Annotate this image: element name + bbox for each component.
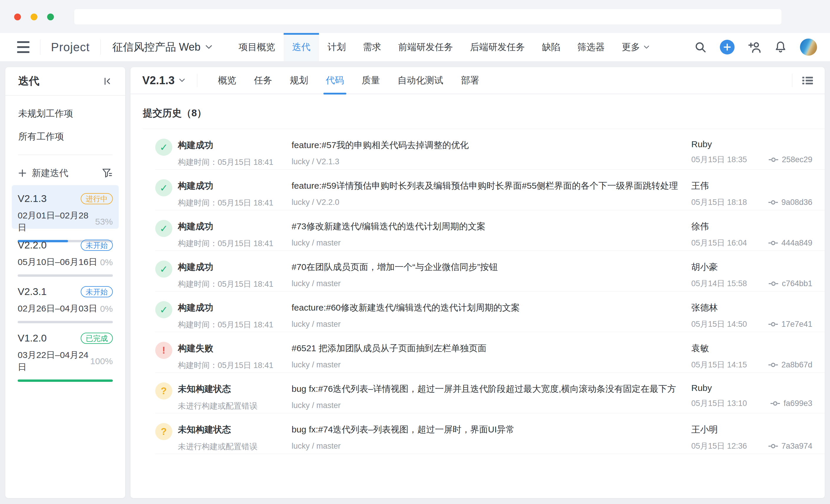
commit-date: 05月15日 12:36 [691, 441, 747, 451]
nav-tab[interactable]: 迭代 [284, 33, 319, 61]
build-status-label: 构建失败 [178, 342, 273, 355]
iteration-title-dropdown[interactable]: V2.1.3 [142, 74, 185, 87]
build-status-sub: 构建时间：05月15日 18:41 [178, 238, 273, 249]
window-close-button[interactable] [14, 13, 21, 20]
iteration-dates: 03月22日–04月24日 [18, 349, 90, 373]
commit-branch: lucky / master [292, 320, 691, 329]
iteration-progress-fill [18, 379, 113, 382]
build-status-sub: 构建时间：05月15日 18:41 [178, 157, 273, 168]
new-iteration-label: 新建迭代 [32, 167, 68, 179]
window-minimize-button[interactable] [31, 13, 37, 20]
nav-tab-label: 前端研发任务 [398, 41, 453, 53]
commit-hash[interactable]: 9a08d36 [768, 198, 812, 207]
nav-tab[interactable]: 更多 [613, 33, 658, 61]
commit-list: 构建成功 构建时间：05月15日 18:41 feature:#57我的申购相关… [143, 129, 825, 454]
git-commit-icon [768, 240, 778, 246]
sidebar-item-unplanned[interactable]: 未规划工作项 [18, 109, 112, 119]
build-status-sub: 未进行构建或配置错误 [178, 441, 257, 452]
commit-message: feature:#59详情预估申购时长列表及编辑预估申购时长界面#55侧栏界面的… [292, 180, 691, 192]
commit-row[interactable]: 构建失败 构建时间：05月15日 18:41 #6521 把添加团队成员从子页面… [155, 332, 825, 373]
commit-hash[interactable]: 258ec29 [769, 155, 812, 164]
panel-tab[interactable]: 部署 [452, 67, 488, 94]
commit-row[interactable]: 未知构建状态 未进行构建或配置错误 bug fx:#74迭代列表–列表视图，超过… [155, 413, 825, 454]
panel-tab[interactable]: 自动化测试 [389, 67, 452, 94]
iteration-item[interactable]: V1.2.0 已完成 03月22日–04月24日 100% [12, 325, 119, 368]
iteration-sidebar: 迭代 未规划工作项 所有工作项 新建迭代 V2.1.3 进行中 02月01日–0… [5, 67, 125, 498]
commit-author: 王伟 [691, 180, 812, 192]
commit-row[interactable]: 构建成功 构建时间：05月15日 18:41 #73修改新建迭代/编辑迭代的迭代… [155, 210, 825, 251]
iteration-list: V2.1.3 进行中 02月01日–02月28日 53% V2.2.0 未开始 … [5, 185, 125, 368]
commit-author: 王小明 [691, 424, 812, 436]
build-status-icon [155, 382, 172, 400]
iteration-name: V1.2.0 [18, 332, 46, 344]
commit-date: 05月15日 14:50 [691, 319, 747, 329]
panel-tab[interactable]: 概览 [209, 67, 245, 94]
nav-tab[interactable]: 需求 [354, 33, 390, 61]
project-selector[interactable]: 征信风控产品 Web [113, 40, 212, 55]
nav-actions [695, 39, 830, 56]
browser-title-bar [0, 0, 830, 33]
commit-row[interactable]: 构建成功 构建时间：05月15日 18:41 feature:#59详情预估申购… [155, 170, 825, 210]
panel-tab[interactable]: 规划 [281, 67, 317, 94]
commit-branch: lucky / V2.1.3 [292, 157, 691, 166]
list-view-icon[interactable] [802, 76, 813, 85]
nav-tab-label: 计划 [327, 41, 346, 53]
nav-tabs: 项目概览 迭代 计划 需求 前端研发任务 后端研发任务 缺陷 筛 [230, 33, 658, 61]
commit-hash-text: 444a849 [781, 238, 812, 247]
add-member-icon[interactable] [748, 41, 761, 53]
nav-tab[interactable]: 前端研发任务 [390, 33, 461, 61]
new-iteration-button[interactable]: 新建迭代 [18, 167, 112, 179]
panel-tab[interactable]: 质量 [353, 67, 389, 94]
commit-hash[interactable]: 17e7e41 [768, 320, 812, 329]
commit-hash[interactable]: 7a3a974 [768, 442, 812, 451]
window-maximize-button[interactable] [47, 13, 54, 20]
app-logo: Project [51, 41, 90, 54]
nav-tab[interactable]: 缺陷 [534, 33, 569, 61]
commit-row[interactable]: 未知构建状态 未进行构建或配置错误 bug fx:#76迭代列表–详情视图，超过… [155, 373, 825, 413]
user-avatar[interactable] [800, 39, 817, 56]
commit-branch: lucky / master [292, 238, 691, 247]
nav-tab[interactable]: 筛选器 [569, 33, 613, 61]
panel-tab-label: 自动化测试 [397, 74, 443, 87]
sidebar-item-all[interactable]: 所有工作项 [18, 132, 112, 142]
nav-tab[interactable]: 后端研发任务 [461, 33, 534, 61]
iteration-item[interactable]: V2.3.1 未开始 02月26日–04月03日 0% [12, 278, 119, 322]
build-status-icon [155, 423, 172, 440]
commit-row[interactable]: 构建成功 构建时间：05月15日 18:41 feature:#57我的申购相关… [155, 129, 825, 170]
nav-tab[interactable]: 计划 [319, 33, 354, 61]
create-button[interactable] [720, 40, 735, 55]
commit-author: 张德林 [691, 302, 812, 314]
commit-hash[interactable]: 2a8b67d [768, 360, 812, 369]
plus-icon [18, 169, 27, 177]
commit-message: #73修改新建迭代/编辑迭代的迭代计划周期的文案 [292, 221, 691, 233]
git-commit-icon [768, 321, 778, 327]
search-icon[interactable] [695, 41, 706, 53]
commit-hash[interactable]: c764bb1 [769, 279, 812, 288]
commit-hash[interactable]: fa699e3 [770, 399, 812, 408]
iteration-title: V2.1.3 [142, 74, 175, 87]
iteration-dates: 02月01日–02月28日 [18, 210, 95, 234]
commit-branch: lucky / master [292, 279, 691, 288]
iteration-progress-percent: 0% [100, 257, 113, 267]
iteration-item[interactable]: V2.1.3 进行中 02月01日–02月28日 53% [12, 185, 119, 229]
menu-icon[interactable] [17, 41, 29, 53]
browser-address-bar[interactable] [74, 9, 781, 25]
commit-hash[interactable]: 444a849 [768, 238, 812, 247]
chevron-down-icon [205, 45, 212, 49]
divider [18, 155, 113, 155]
notification-bell-icon[interactable] [775, 41, 787, 53]
collapse-sidebar-icon[interactable] [103, 77, 112, 86]
iteration-item[interactable]: V2.2.0 未开始 05月10日–06月16日 0% [12, 232, 119, 275]
filter-icon[interactable] [102, 168, 112, 178]
panel-tab-label: 规划 [290, 74, 308, 87]
iteration-status-badge: 未开始 [81, 240, 113, 251]
build-status-icon [155, 139, 172, 156]
commit-row[interactable]: 构建成功 构建时间：05月15日 18:41 #70在团队成员页面，增加一个“与… [155, 251, 825, 292]
panel-tab[interactable]: 任务 [245, 67, 281, 94]
panel-tab[interactable]: 代码 [317, 67, 353, 94]
nav-tab[interactable]: 项目概览 [230, 33, 284, 61]
iteration-progress-bar [18, 379, 113, 382]
commit-row[interactable]: 构建成功 构建时间：05月15日 18:41 feacture:#60修改新建迭… [155, 292, 825, 332]
commit-author: Ruby [691, 383, 812, 393]
commit-date: 05月14日 15:58 [691, 278, 747, 289]
